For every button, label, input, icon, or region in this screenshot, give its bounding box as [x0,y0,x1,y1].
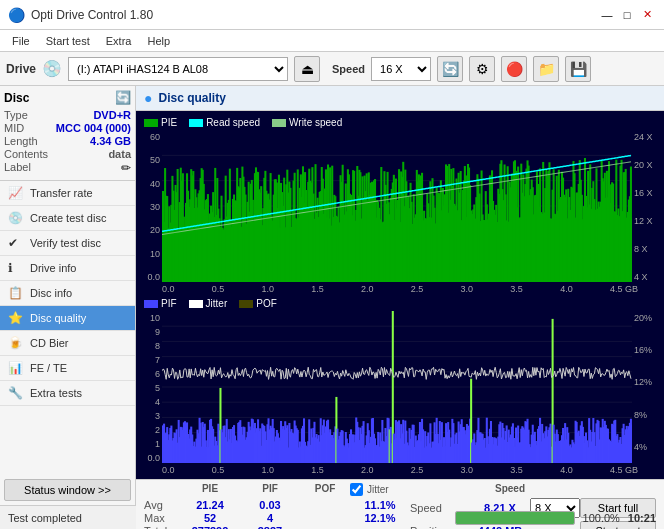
pof-legend: POF [239,298,277,309]
nav-extra-tests[interactable]: 🔧 Extra tests [0,381,135,406]
menu-start-test[interactable]: Start test [38,33,98,49]
disc-type-label: Type [4,109,28,121]
maximize-button[interactable]: □ [618,6,636,24]
menu-help[interactable]: Help [139,33,178,49]
close-button[interactable]: ✕ [638,6,656,24]
disc-label-row: Label ✏ [4,161,131,175]
nav-drive-info-label: Drive info [30,262,76,274]
fe-te-icon: 📊 [8,361,24,375]
sidebar: Disc 🔄 Type DVD+R MID MCC 004 (000) Leng… [0,86,136,505]
jitter-legend-color [189,300,203,308]
nav-items: 📈 Transfer rate 💿 Create test disc ✔ Ver… [0,181,135,475]
total-label: Total [144,525,180,529]
create-disc-icon: 💿 [8,211,24,225]
nav-verify-disc-label: Verify test disc [30,237,101,249]
drive-select[interactable]: (I:) ATAPI iHAS124 B AL08 [68,57,288,81]
jitter-checkbox[interactable] [350,483,363,496]
pif-total-val: 3837 [240,525,300,529]
cd-bier-icon: 🍺 [8,336,24,350]
nav-fe-te-label: FE / TE [30,362,67,374]
disc-panel: Disc 🔄 Type DVD+R MID MCC 004 (000) Leng… [0,86,135,181]
nav-create-test-disc[interactable]: 💿 Create test disc [0,206,135,231]
top-chart-canvas [162,130,632,282]
disc-label-edit-icon[interactable]: ✏ [121,161,131,175]
folder-icon[interactable]: 📁 [533,56,559,82]
pif-header: PIF [240,483,300,496]
charts-area: PIE Read speed Write speed 60 50 [136,111,664,479]
status-window-button[interactable]: Status window >> [4,479,131,501]
top-y-axis-left: 60 50 40 30 20 10 0.0 [140,130,162,284]
write-speed-legend-color [272,119,286,127]
disc-type-row: Type DVD+R [4,109,131,121]
pif-legend: PIF [144,298,177,309]
bottom-chart-section: PIF Jitter POF 10 9 8 [140,296,660,475]
pie-avg-val: 21.24 [180,499,240,511]
read-speed-legend: Read speed [189,117,260,128]
status-time: 10:21 [628,512,656,524]
disc-refresh-icon[interactable]: 🔄 [115,90,131,105]
burn-icon[interactable]: 🔴 [501,56,527,82]
top-y-axis-right: 24 X 20 X 16 X 12 X 8 X 4 X [632,130,660,284]
speed-label: Speed [332,63,365,75]
pof-legend-color [239,300,253,308]
nav-disc-info[interactable]: 📋 Disc info [0,281,135,306]
nav-fe-te[interactable]: 📊 FE / TE [0,356,135,381]
drive-label: Drive [6,62,36,76]
top-chart-wrapper: 60 50 40 30 20 10 0.0 24 X 20 X 16 [140,130,660,284]
top-legend: PIE Read speed Write speed [140,115,660,130]
jitter-legend-label: Jitter [206,298,228,309]
nav-create-disc-label: Create test disc [30,212,106,224]
settings-icon[interactable]: ⚙ [469,56,495,82]
disc-title: Disc [4,91,29,105]
app-icon: 🔵 [8,7,25,23]
pif-avg-val: 0.03 [240,499,300,511]
disc-length-label: Length [4,135,38,147]
disc-header: Disc 🔄 [4,90,131,105]
extra-tests-icon: 🔧 [8,386,24,400]
disc-mid-val: MCC 004 (000) [56,122,131,134]
pof-header: POF [300,483,350,496]
jitter-col-header: Jitter [367,484,389,495]
speed-select[interactable]: 16 X [371,57,431,81]
jitter-avg-val: 11.1% [350,499,410,511]
nav-disc-info-label: Disc info [30,287,72,299]
disc-length-val: 4.34 GB [90,135,131,147]
avg-label: Avg [144,499,180,511]
nav-drive-info[interactable]: ℹ Drive info [0,256,135,281]
menu-bar: File Start test Extra Help [0,30,664,52]
window-controls: — □ ✕ [598,6,656,24]
transfer-rate-icon: 📈 [8,186,24,200]
pie-legend-label: PIE [161,117,177,128]
minimize-button[interactable]: — [598,6,616,24]
pie-legend-color [144,119,158,127]
disc-label-key: Label [4,161,31,175]
menu-file[interactable]: File [4,33,38,49]
nav-disc-quality-label: Disc quality [30,312,86,324]
disc-contents-label: Contents [4,148,48,160]
top-x-axis: 0.0 0.5 1.0 1.5 2.0 2.5 3.0 3.5 4.0 4.5 … [140,284,660,294]
nav-transfer-rate[interactable]: 📈 Transfer rate [0,181,135,206]
disc-info-icon: 📋 [8,286,24,300]
refresh-icon[interactable]: 🔄 [437,56,463,82]
bottom-legend: PIF Jitter POF [140,296,660,311]
bottom-x-axis: 0.0 0.5 1.0 1.5 2.0 2.5 3.0 3.5 4.0 4.5 … [140,465,660,475]
top-chart-inner [162,130,632,284]
bottom-chart-wrapper: 10 9 8 7 6 5 4 3 2 1 0.0 [140,311,660,465]
pie-total-val: 377392 [180,525,240,529]
pof-legend-label: POF [256,298,277,309]
progress-bar-fill [456,512,574,524]
speed-header: Speed [480,483,540,496]
eject-icon[interactable]: ⏏ [294,56,320,82]
nav-cd-bier[interactable]: 🍺 CD Bier [0,331,135,356]
save-icon[interactable]: 💾 [565,56,591,82]
app-title: Opti Drive Control 1.80 [31,8,598,22]
progress-bar [455,511,575,525]
position-label: Position [410,525,470,529]
menu-extra[interactable]: Extra [98,33,140,49]
read-speed-legend-color [189,119,203,127]
nav-disc-quality[interactable]: ⭐ Disc quality [0,306,135,331]
nav-verify-test-disc[interactable]: ✔ Verify test disc [0,231,135,256]
disc-mid-row: MID MCC 004 (000) [4,122,131,134]
write-speed-legend-label: Write speed [289,117,342,128]
nav-cd-bier-label: CD Bier [30,337,69,349]
